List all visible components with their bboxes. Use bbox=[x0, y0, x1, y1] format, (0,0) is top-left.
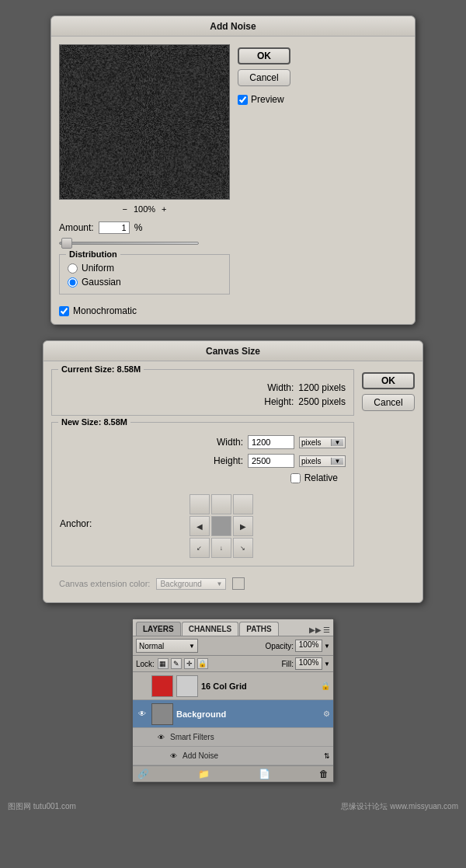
fill-row: Fill: 100% ▼ bbox=[282, 657, 330, 670]
anchor-cell-bc[interactable]: ↓ bbox=[211, 538, 231, 558]
anchor-cell-bl[interactable]: ↙ bbox=[190, 538, 210, 558]
gaussian-label: Gaussian bbox=[82, 277, 121, 288]
amount-slider-thumb[interactable] bbox=[61, 238, 72, 249]
amount-unit: % bbox=[134, 222, 143, 233]
monochromatic-checkbox[interactable] bbox=[59, 306, 69, 316]
anchor-cell-tc[interactable] bbox=[211, 494, 231, 514]
extension-color-box[interactable] bbox=[232, 577, 245, 590]
panel-new-group-icon[interactable]: 📁 bbox=[198, 769, 210, 779]
uniform-label: Uniform bbox=[82, 263, 114, 274]
new-height-unit-select[interactable]: pixels ▼ bbox=[299, 455, 346, 467]
zoom-plus[interactable]: + bbox=[162, 204, 166, 214]
preview-row: Preview bbox=[238, 94, 290, 105]
width-unit-arrow[interactable]: ▼ bbox=[331, 439, 343, 446]
current-height-label: Height: bbox=[264, 396, 294, 407]
new-height-input[interactable] bbox=[248, 454, 294, 468]
smart-filters-icon: 👁 bbox=[155, 731, 167, 744]
anchor-label: Anchor: bbox=[60, 518, 92, 529]
fill-arrow[interactable]: ▼ bbox=[324, 661, 330, 668]
add-noise-filter-icon: 👁 bbox=[167, 750, 179, 762]
fill-label: Fill: bbox=[282, 660, 294, 668]
add-noise-title: Add Noise bbox=[51, 16, 415, 37]
add-noise-filter-label: Add Noise bbox=[183, 751, 218, 760]
anchor-grid: ◀ ▶ ↙ ↓ ↘ bbox=[190, 494, 253, 558]
lock-icons: ▦ ✎ ✛ 🔒 bbox=[158, 658, 208, 669]
blend-mode-select[interactable]: Normal ▼ bbox=[136, 639, 198, 653]
anchor-cell-tr[interactable] bbox=[233, 494, 253, 514]
sub-layer-add-noise: 👁 Add Noise ⇅ bbox=[133, 747, 333, 765]
height-unit-arrow[interactable]: ▼ bbox=[331, 458, 343, 465]
add-noise-filter-options[interactable]: ⇅ bbox=[324, 752, 330, 760]
opacity-row: Opacity: 100% ▼ bbox=[265, 640, 330, 652]
current-width-label: Width: bbox=[267, 382, 294, 393]
anchor-arrow-right: ▶ bbox=[240, 522, 246, 531]
anchor-cell-ml[interactable]: ◀ bbox=[190, 516, 210, 536]
canvas-size-ok-button[interactable]: OK bbox=[362, 372, 415, 389]
panel-menu-icon[interactable]: ▶▶ bbox=[309, 626, 322, 634]
tab-channels[interactable]: CHANNELS bbox=[182, 622, 239, 636]
new-size-box: New Size: 8.58M Width: pixels ▼ Height: … bbox=[51, 422, 354, 566]
lock-all-btn[interactable]: 🔒 bbox=[197, 658, 208, 669]
amount-slider-track[interactable] bbox=[59, 242, 199, 245]
watermark-right: 思缘设计论坛 www.missyuan.com bbox=[341, 801, 458, 812]
layer-list: 16 Col Grid 🔒 👁 Background ⚙ 👁 Smart Fil… bbox=[133, 672, 333, 765]
anchor-arrow-bc: ↓ bbox=[220, 545, 223, 552]
panel-link-icon[interactable]: 🔗 bbox=[137, 769, 149, 779]
height-unit-text: pixels bbox=[301, 457, 322, 465]
current-height-value: 2500 pixels bbox=[298, 396, 346, 407]
layer-name-16colgrid: 16 Col Grid bbox=[201, 682, 318, 691]
add-noise-cancel-button[interactable]: Cancel bbox=[238, 69, 290, 86]
anchor-cell-mc[interactable] bbox=[211, 516, 231, 536]
amount-input[interactable] bbox=[99, 221, 130, 234]
amount-label: Amount: bbox=[59, 222, 94, 233]
extension-select[interactable]: Background ▼ bbox=[156, 578, 226, 590]
smart-filters-label: Smart Filters bbox=[170, 733, 214, 741]
opacity-input[interactable]: 100% bbox=[295, 640, 322, 652]
lock-position-btn[interactable]: ✛ bbox=[184, 658, 195, 669]
canvas-size-cancel-button[interactable]: Cancel bbox=[362, 394, 415, 411]
canvas-size-dialog: Canvas Size Current Size: 8.58M Width: 1… bbox=[43, 340, 423, 603]
preview-checkbox[interactable] bbox=[238, 95, 248, 105]
tab-layers[interactable]: LAYERS bbox=[136, 622, 181, 636]
panel-close-icon[interactable]: ☰ bbox=[323, 626, 330, 634]
add-noise-ok-button[interactable]: OK bbox=[238, 47, 290, 64]
zoom-minus[interactable]: − bbox=[122, 204, 127, 214]
tab-paths[interactable]: PATHS bbox=[239, 622, 278, 636]
gaussian-radio[interactable] bbox=[68, 277, 78, 288]
opacity-arrow[interactable]: ▼ bbox=[324, 643, 330, 650]
layer-eye-background[interactable]: 👁 bbox=[136, 708, 148, 720]
gaussian-radio-row: Gaussian bbox=[68, 277, 221, 288]
layers-panel: LAYERS CHANNELS PATHS ▶▶ ☰ Normal ▼ Opac… bbox=[132, 619, 334, 783]
lock-row: Lock: ▦ ✎ ✛ 🔒 Fill: 100% ▼ bbox=[133, 656, 333, 672]
lock-transparent-btn[interactable]: ▦ bbox=[158, 658, 169, 669]
layers-tab-icons: ▶▶ ☰ bbox=[306, 624, 333, 636]
add-noise-dialog: Add Noise − 100% + Amount: % bbox=[50, 16, 416, 325]
current-size-box: Current Size: 8.58M Width: 1200 pixels H… bbox=[51, 369, 354, 416]
layer-row-background[interactable]: 👁 Background ⚙ bbox=[133, 700, 333, 728]
anchor-cell-br[interactable]: ↘ bbox=[233, 538, 253, 558]
new-size-legend: New Size: 8.58M bbox=[58, 417, 130, 427]
new-width-unit-select[interactable]: pixels ▼ bbox=[299, 437, 346, 448]
layer-lock-16colgrid: 🔒 bbox=[321, 682, 330, 690]
layer-name-background: Background bbox=[176, 709, 320, 719]
extension-arrow[interactable]: ▼ bbox=[216, 580, 222, 587]
anchor-cell-tl[interactable] bbox=[190, 494, 210, 514]
canvas-extension-row: Canvas extension color: Background ▼ bbox=[51, 573, 354, 594]
anchor-cell-mr[interactable]: ▶ bbox=[233, 516, 253, 536]
relative-checkbox[interactable] bbox=[290, 473, 301, 483]
noise-preview bbox=[59, 44, 230, 200]
lock-pixels-btn[interactable]: ✎ bbox=[171, 658, 182, 669]
blend-mode-arrow[interactable]: ▼ bbox=[189, 643, 195, 650]
layer-thumb-16colgrid bbox=[151, 675, 173, 697]
layer-eye-16colgrid[interactable] bbox=[136, 680, 148, 692]
layer-thumb-background bbox=[151, 703, 173, 725]
sub-layer-smart-filters: 👁 Smart Filters bbox=[133, 728, 333, 747]
uniform-radio[interactable] bbox=[68, 263, 78, 274]
anchor-arrow-br: ↘ bbox=[240, 545, 245, 552]
new-width-input[interactable] bbox=[248, 435, 294, 449]
relative-label: Relative bbox=[304, 472, 338, 483]
panel-delete-icon[interactable]: 🗑 bbox=[319, 769, 329, 779]
layer-row-16colgrid[interactable]: 16 Col Grid 🔒 bbox=[133, 672, 333, 700]
panel-new-layer-icon[interactable]: 📄 bbox=[259, 769, 270, 779]
fill-input[interactable]: 100% bbox=[295, 657, 322, 670]
